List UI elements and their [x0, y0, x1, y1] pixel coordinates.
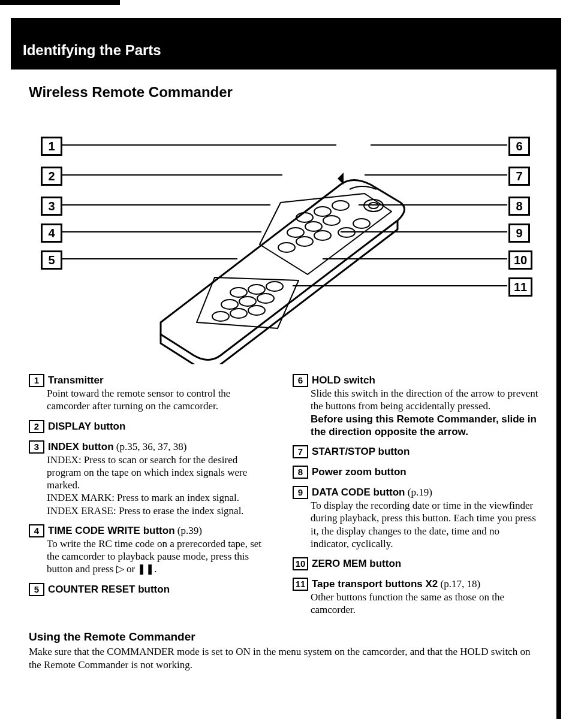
description-item-8: 8Power zoom button: [293, 466, 538, 479]
callout-6: 6: [508, 137, 530, 156]
svg-marker-22: [338, 173, 344, 185]
item-title: Transmitter: [48, 374, 104, 386]
svg-point-9: [296, 237, 313, 246]
callout-2: 2: [41, 167, 62, 186]
callout-10: 10: [508, 250, 532, 270]
item-page-ref: (p.39): [175, 525, 202, 536]
item-title: INDEX button: [48, 441, 114, 452]
remote-diagram: 1 2 3 4 5 6 7 8 9 10 11: [23, 107, 544, 364]
item-body-text: INDEX ERASE: Press to erase the index si…: [47, 505, 275, 517]
main-frame: Identifying the Parts Wireless Remote Co…: [11, 18, 561, 719]
item-title: HOLD switch: [312, 374, 375, 386]
description-item-4: 4TIME CODE WRITE button (p.39)To write t…: [29, 524, 275, 576]
item-title: ZERO MEM button: [312, 558, 401, 569]
description-item-11: 11Tape transport buttons X2 (p.17, 18)Ot…: [293, 578, 538, 617]
item-number: 7: [293, 445, 308, 458]
callout-4: 4: [41, 223, 62, 243]
svg-point-19: [212, 312, 229, 321]
item-number: 3: [29, 440, 44, 454]
item-number: 11: [293, 578, 308, 591]
svg-point-4: [332, 201, 349, 210]
svg-point-20: [230, 309, 247, 318]
page-header: Identifying the Parts: [11, 24, 556, 70]
callout-11: 11: [508, 277, 532, 297]
item-title: Power zoom button: [312, 466, 407, 478]
item-page-ref: (p.35, 36, 37, 38): [114, 441, 187, 452]
svg-point-7: [323, 216, 340, 225]
page: Identifying the Parts Wireless Remote Co…: [0, 0, 572, 728]
item-body-text: Point toward the remote sensor to contro…: [47, 387, 275, 413]
item-number: 10: [293, 557, 308, 570]
item-body-text: To display the recording date or time in…: [311, 499, 538, 550]
callout-5: 5: [41, 250, 62, 270]
description-item-5: 5COUNTER RESET button: [29, 583, 275, 596]
description-item-3: 3INDEX button (p.35, 36, 37, 38)INDEX: P…: [29, 440, 275, 517]
svg-point-3: [314, 207, 331, 216]
callout-9: 9: [508, 223, 530, 243]
item-number: 4: [29, 524, 44, 537]
svg-point-1: [369, 203, 378, 209]
footer-section: Using the Remote Commander Make sure tha…: [11, 624, 556, 672]
item-title: COUNTER RESET button: [48, 584, 170, 595]
callout-8: 8: [508, 197, 530, 216]
callout-1: 1: [41, 137, 62, 156]
item-number: 5: [29, 583, 44, 596]
item-page-ref: (p.17, 18): [438, 578, 480, 590]
description-item-6: 6HOLD switchSlide this switch in the dir…: [293, 374, 538, 438]
svg-point-5: [287, 228, 304, 237]
item-body-text: Slide this switch in the direction of th…: [311, 387, 538, 413]
svg-point-17: [239, 297, 256, 306]
svg-point-16: [221, 300, 238, 309]
item-title: DATA CODE button: [312, 487, 405, 498]
item-body-text: INDEX MARK: Press to mark an index signa…: [47, 491, 275, 504]
item-page-ref: (p.19): [405, 487, 432, 498]
svg-point-13: [230, 288, 247, 297]
item-number: 9: [293, 486, 308, 499]
callout-3: 3: [41, 197, 62, 216]
svg-point-18: [257, 294, 274, 303]
svg-point-21: [248, 306, 265, 315]
svg-point-11: [338, 228, 355, 237]
svg-point-8: [278, 243, 295, 252]
item-body-text: INDEX: Press to scan or search for the d…: [47, 454, 275, 492]
description-item-9: 9DATA CODE button (p.19)To display the r…: [293, 486, 538, 550]
decorative-strip: [0, 0, 120, 5]
left-column: 1TransmitterPoint toward the remote sens…: [29, 370, 275, 624]
description-item-10: 10ZERO MEM button: [293, 557, 538, 570]
item-number: 2: [29, 420, 44, 433]
item-number: 6: [293, 374, 308, 387]
description-item-1: 1TransmitterPoint toward the remote sens…: [29, 374, 275, 413]
description-item-7: 7START/STOP button: [293, 445, 538, 458]
item-title: DISPLAY button: [48, 421, 125, 432]
remote-illustration: [125, 137, 425, 364]
svg-point-14: [248, 285, 265, 294]
callout-7: 7: [508, 167, 530, 186]
section-title: Wireless Remote Commander: [11, 70, 556, 107]
svg-point-6: [305, 222, 322, 231]
item-title: Tape transport buttons X2: [312, 578, 438, 590]
svg-point-12: [353, 219, 370, 228]
item-number: 8: [293, 466, 308, 479]
right-column: 6HOLD switchSlide this switch in the dir…: [293, 370, 538, 624]
item-body-bold: Before using this Remote Commander, slid…: [311, 413, 538, 439]
item-body-text: Other buttons function the same as those…: [311, 591, 538, 617]
item-title: TIME CODE WRITE button: [48, 525, 175, 536]
item-title: START/STOP button: [312, 446, 410, 457]
item-body-text: To write the RC time code on a prerecord…: [47, 537, 275, 576]
description-columns: 1TransmitterPoint toward the remote sens…: [11, 364, 556, 624]
svg-point-10: [314, 231, 331, 240]
svg-point-0: [364, 200, 383, 212]
footer-title: Using the Remote Commander: [29, 630, 538, 645]
item-number: 1: [29, 374, 44, 387]
footer-text: Make sure that the COMMANDER mode is set…: [29, 646, 530, 670]
description-item-2: 2DISPLAY button: [29, 420, 275, 433]
svg-point-15: [266, 282, 283, 291]
